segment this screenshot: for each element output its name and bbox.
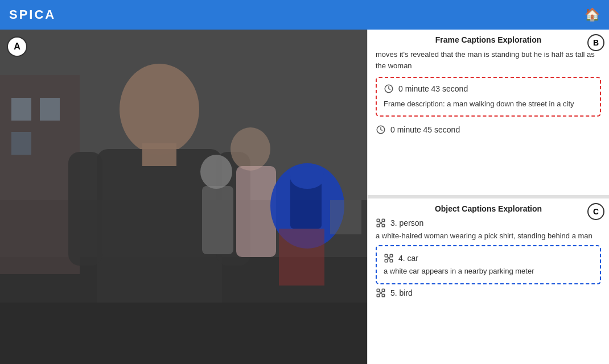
right-panel: B Frame Captions Exploration moves it's … — [367, 30, 609, 364]
svg-rect-15 — [202, 186, 233, 254]
svg-rect-26 — [377, 224, 380, 227]
scan-icon-bird — [376, 288, 386, 298]
svg-rect-20 — [279, 229, 324, 286]
frame-time: 0 minute 43 second — [398, 84, 468, 93]
clock-icon — [384, 84, 394, 94]
person-figure — [0, 30, 367, 364]
svg-rect-4 — [11, 98, 31, 121]
svg-rect-29 — [385, 254, 388, 257]
object-bird-label: 5. bird — [390, 288, 413, 297]
object-car-row: 4. car — [384, 253, 593, 263]
svg-rect-37 — [382, 294, 385, 297]
object-captions-title: Object Captions Exploration — [376, 204, 601, 213]
svg-rect-32 — [390, 259, 393, 262]
frame-time-row: 0 minute 43 second — [384, 84, 593, 94]
badge-b: B — [587, 34, 604, 51]
svg-point-12 — [231, 127, 270, 171]
svg-point-38 — [380, 292, 382, 294]
video-panel: A — [0, 30, 367, 364]
svg-point-18 — [290, 166, 324, 189]
video-placeholder — [0, 30, 367, 364]
badge-a: A — [7, 36, 27, 57]
frame-captions-title: Frame Captions Exploration — [376, 35, 601, 44]
svg-point-14 — [200, 155, 232, 189]
svg-rect-31 — [385, 259, 388, 262]
app-title: SPICA — [9, 7, 56, 22]
svg-rect-19 — [0, 303, 367, 364]
object-captions-section[interactable]: C Object Captions Exploration 3. person … — [368, 198, 609, 364]
object-car-description: a white car appears in a nearby parking … — [384, 266, 593, 277]
app-header: SPICA 🏠 — [0, 0, 609, 30]
svg-rect-35 — [382, 289, 385, 292]
scan-icon-car — [384, 253, 394, 263]
object-person-description: a white-haired woman wearing a pick shir… — [376, 230, 601, 242]
svg-rect-10 — [68, 152, 102, 266]
next-frame-time: 0 minute 45 second — [390, 125, 460, 134]
object-person-row: 3. person — [376, 218, 601, 228]
svg-rect-27 — [382, 224, 385, 227]
svg-rect-34 — [377, 289, 380, 292]
clock-icon-2 — [376, 125, 386, 135]
svg-rect-13 — [236, 166, 276, 257]
object-card-car: 4. car a white car appears in a nearby p… — [376, 245, 601, 285]
frame-card-normal: 0 minute 45 second — [376, 121, 601, 143]
frame-captions-section[interactable]: B Frame Captions Exploration moves it's … — [368, 30, 609, 198]
scan-icon-person — [376, 218, 386, 228]
svg-point-7 — [120, 64, 199, 155]
svg-rect-5 — [40, 98, 60, 121]
home-icon[interactable]: 🏠 — [585, 7, 600, 22]
main-content: A — [0, 30, 609, 364]
svg-rect-21 — [330, 200, 361, 234]
svg-rect-30 — [390, 254, 393, 257]
object-person-label: 3. person — [390, 218, 423, 228]
badge-c: C — [587, 203, 604, 220]
svg-rect-24 — [377, 219, 380, 222]
next-time-row: 0 minute 45 second — [376, 125, 601, 135]
object-bird-row: 5. bird — [376, 288, 601, 298]
object-car-label: 4. car — [398, 254, 418, 263]
frame-description: Frame description: a man walking down th… — [384, 98, 593, 110]
svg-rect-25 — [382, 219, 385, 222]
frame-captions-intro: moves it's revealed that the man is stan… — [376, 49, 601, 71]
svg-point-28 — [380, 222, 382, 224]
frame-card-highlighted: 0 minute 43 second Frame description: a … — [376, 77, 601, 117]
svg-rect-6 — [11, 132, 31, 155]
svg-point-33 — [388, 257, 390, 259]
svg-rect-9 — [142, 143, 176, 166]
svg-rect-36 — [377, 294, 380, 297]
